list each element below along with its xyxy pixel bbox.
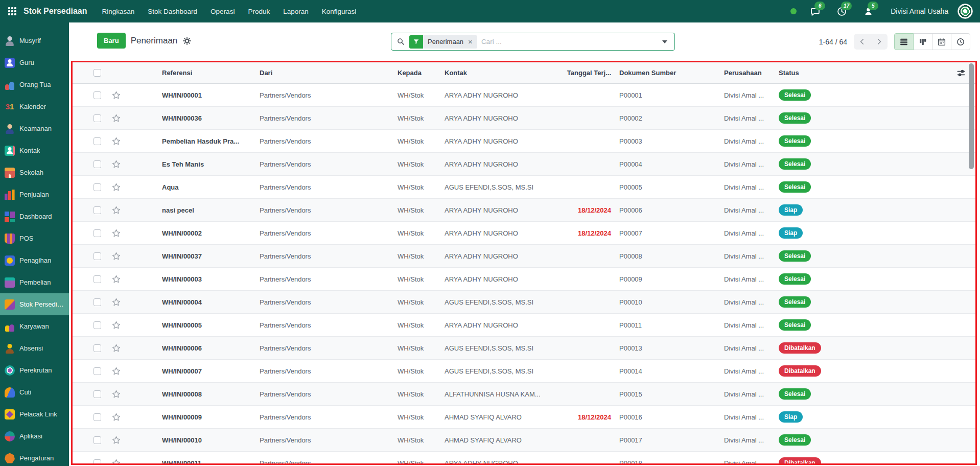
row-checkbox[interactable] [94,229,101,237]
column-header-kepada[interactable]: Kepada [393,69,438,77]
favorite-star-icon[interactable] [111,90,121,100]
favorite-star-icon[interactable] [111,182,121,192]
table-row[interactable]: WH/IN/00036Partners/VendorsWH/StokARYA A… [73,107,975,130]
table-row[interactable]: Es Teh ManisPartners/VendorsWH/StokARYA … [73,153,975,176]
search-dropdown-toggle[interactable] [655,33,674,50]
sidebar-item-keamanan[interactable]: Keamanan [0,118,69,139]
avatar[interactable] [958,4,973,19]
search-facet[interactable]: Penerimaan × [409,35,477,49]
sidebar-item-orang-tua[interactable]: Orang Tua [0,74,69,96]
menu-produk[interactable]: Produk [242,5,275,18]
column-header-status[interactable]: Status [776,69,864,77]
messages-icon[interactable]: 6 [809,5,821,17]
column-header-tanggal-terj[interactable]: Tanggal Terj... [562,69,613,77]
search-bar[interactable]: Penerimaan × [391,33,675,51]
row-checkbox[interactable] [94,137,101,145]
menu-konfigurasi[interactable]: Konfigurasi [316,5,362,18]
menu-ringkasan[interactable]: Ringkasan [97,5,141,18]
favorite-star-icon[interactable] [111,274,121,284]
sidebar-item-karyawan[interactable]: Karyawan [0,315,69,337]
favorite-star-icon[interactable] [111,159,121,169]
activities-clock-icon[interactable]: 17 [835,5,848,17]
menu-operasi[interactable]: Operasi [205,5,240,18]
favorite-star-icon[interactable] [111,113,121,123]
table-row[interactable]: WH/IN/00003Partners/VendorsWH/StokARYA A… [73,268,975,291]
inbox-user-icon[interactable]: 5 [862,5,874,17]
sidebar-item-pengaturan[interactable]: Pengaturan [0,447,69,466]
table-row[interactable]: WH/IN/00006Partners/VendorsWH/StokAGUS E… [73,337,975,360]
favorite-star-icon[interactable] [111,389,121,399]
sidebar-item-kalender[interactable]: 31Kalender [0,96,69,118]
favorite-star-icon[interactable] [111,366,121,376]
pager-next-button[interactable] [871,34,888,50]
column-header-dokumen-sumber[interactable]: Dokumen Sumber [613,69,721,77]
view-settings-gear-icon[interactable] [182,36,192,45]
table-row[interactable]: WH/IN/00037Partners/VendorsWH/StokARYA A… [73,245,975,268]
menu-laporan[interactable]: Laporan [277,5,314,18]
row-checkbox[interactable] [94,298,101,306]
sidebar-item-guru[interactable]: Guru [0,52,69,74]
scrollbar-thumb[interactable] [969,63,974,169]
favorite-star-icon[interactable] [111,297,121,307]
menu-stok-dashboard[interactable]: Stok Dashboard [142,5,203,18]
favorite-star-icon[interactable] [111,251,121,261]
row-checkbox[interactable] [94,160,101,168]
list-view-button[interactable] [894,33,914,50]
column-header-referensi[interactable]: Referensi [128,69,256,77]
sidebar-item-penagihan[interactable]: Penagihan [0,249,69,271]
sidebar-item-aplikasi[interactable]: Aplikasi [0,425,69,447]
row-checkbox[interactable] [94,390,101,398]
sidebar-item-pembelian[interactable]: Pembelian [0,271,69,293]
favorite-star-icon[interactable] [111,458,121,465]
calendar-view-button[interactable] [932,33,951,50]
sidebar-item-musyrif[interactable]: Musyrif [0,30,69,52]
favorite-star-icon[interactable] [111,343,121,353]
table-row[interactable]: WH/IN/00009Partners/VendorsWH/StokAHMAD … [73,406,975,429]
column-header-dari[interactable]: Dari [256,69,393,77]
row-checkbox[interactable] [94,252,101,260]
sidebar-item-cuti[interactable]: Cuti [0,381,69,403]
row-checkbox[interactable] [94,275,101,283]
favorite-star-icon[interactable] [111,228,121,238]
row-checkbox[interactable] [94,321,101,329]
row-checkbox[interactable] [94,413,101,421]
table-row[interactable]: Pembelian Hasduk Pra...Partners/VendorsW… [73,130,975,153]
favorite-star-icon[interactable] [111,136,121,146]
favorite-star-icon[interactable] [111,435,121,445]
row-checkbox[interactable] [94,206,101,214]
table-row[interactable]: WH/IN/00008Partners/VendorsWH/StokALFATH… [73,383,975,406]
table-row[interactable]: WH/IN/00001Partners/VendorsWH/StokARYA A… [73,84,975,107]
row-checkbox[interactable] [94,459,101,465]
app-name[interactable]: Stok Persediaan [24,7,87,16]
table-row[interactable]: WH/IN/00002Partners/VendorsWH/StokARYA A… [73,222,975,245]
favorite-star-icon[interactable] [111,320,121,330]
pager-previous-button[interactable] [854,34,871,50]
sidebar-item-penjualan[interactable]: Penjualan [0,183,69,205]
search-input[interactable] [477,38,655,45]
favorite-star-icon[interactable] [111,412,121,422]
row-checkbox[interactable] [94,114,101,122]
facet-remove-icon[interactable]: × [467,35,477,49]
row-checkbox[interactable] [94,436,101,444]
kanban-view-button[interactable] [913,33,932,50]
row-checkbox[interactable] [94,344,101,352]
table-row[interactable]: WH/IN/00010Partners/VendorsWH/StokAHMAD … [73,429,975,452]
row-checkbox[interactable] [94,91,101,99]
vertical-scrollbar[interactable] [969,63,974,461]
user-menu[interactable]: Divisi Amal Usaha [891,7,948,15]
select-all-checkbox[interactable] [94,69,101,77]
sidebar-item-kontak[interactable]: Kontak [0,139,69,161]
apps-grid-icon[interactable] [8,7,16,15]
table-row[interactable]: WH/IN/00004Partners/VendorsWH/StokAGUS E… [73,291,975,314]
table-row[interactable]: WH/IN/00011Partners/VendorsWH/StokARYA A… [73,452,975,465]
row-checkbox[interactable] [94,367,101,375]
new-button[interactable]: Baru [97,33,126,49]
sidebar-item-pos[interactable]: POS [0,227,69,249]
activity-view-button[interactable] [951,33,970,50]
sidebar-item-perekrutan[interactable]: Perekrutan [0,359,69,381]
row-checkbox[interactable] [94,183,101,191]
column-header-kontak[interactable]: Kontak [438,69,562,77]
table-row[interactable]: nasi pecelPartners/VendorsWH/StokARYA AD… [73,199,975,222]
sidebar-item-absensi[interactable]: Absensi [0,337,69,359]
sidebar-item-stok-persediaan[interactable]: Stok Persediaan [0,293,69,315]
